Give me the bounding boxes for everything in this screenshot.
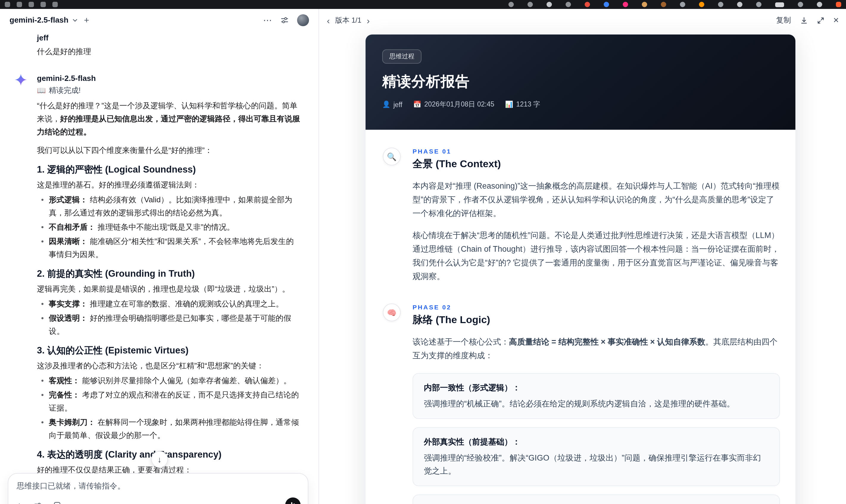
chat-message-list[interactable]: jeff 什么是好的推理: [0, 31, 318, 504]
menubar-status-icon[interactable]: [566, 2, 571, 7]
macos-menubar: [0, 0, 846, 9]
logic-card: 主体伦理（认识美德）： 转向推理者的心理特征。引入奥卡姆剃刀和反向论证，旨在克服…: [412, 494, 780, 504]
new-chat-button[interactable]: +: [84, 16, 89, 24]
composer-toolbar: +: [17, 498, 301, 504]
assistant-message: gemini-2.5-flash 📖 精读完成! “什么是好的推理？”这是一个涉…: [15, 74, 301, 491]
fullscreen-icon[interactable]: [816, 16, 824, 24]
phase-paragraph: 核心情境在于解决“思考的随机性”问题。不论是人类通过批判性思维进行决策，还是大语…: [412, 229, 780, 283]
section-bullets: 客观性：能够识别并尽量排除个人偏见（如幸存者偏差、确认偏差）。 完备性：考虑了对…: [37, 374, 301, 442]
preview-toolbar: ‹ 版本 1/1 › 复制 ×: [320, 9, 846, 32]
bullet-item: 形式逻辑：结构必须有效（Valid）。比如演绎推理中，如果前提全部为真，那么通过…: [37, 193, 301, 220]
report-meta: 👤 jeff 📅 2026年01月08日 02:45 📊 1213 字: [382, 100, 779, 109]
menubar-app-menu-icon[interactable]: [17, 2, 22, 7]
section-intro: 逻辑再完美，如果前提是错误的，推理也是垃圾（即“垃圾进，垃圾出”）。: [37, 283, 301, 296]
assistant-status-text: 精读完成!: [49, 85, 81, 96]
meta-author: 👤 jeff: [382, 101, 403, 108]
menubar-status-icon[interactable]: [547, 2, 552, 7]
menubar-status-icons: [508, 2, 841, 7]
chart-icon: 📊: [505, 101, 513, 108]
assistant-message-body: gemini-2.5-flash 📖 精读完成! “什么是好的推理？”这是一个涉…: [37, 74, 301, 491]
menubar-status-icon[interactable]: [817, 2, 822, 7]
menubar-app-icon[interactable]: [623, 2, 628, 7]
menubar-status-icon[interactable]: [508, 2, 514, 7]
user-name: jeff: [37, 33, 301, 43]
menubar-app-icon[interactable]: [604, 2, 609, 7]
menubar-status-icon[interactable]: [718, 2, 723, 7]
more-options-button[interactable]: ⋯: [263, 16, 272, 24]
bullet-item: 因果清晰：能准确区分“相关性”和“因果关系”，不会轻率地将先后发生的事情归为因果…: [37, 235, 301, 261]
close-preview-button[interactable]: ×: [833, 16, 839, 25]
user-message-text: 什么是好的推理: [37, 45, 301, 58]
menubar-app-menu-icon[interactable]: [52, 2, 58, 7]
menubar-status-icon[interactable]: [737, 2, 742, 7]
meta-date: 📅 2026年01月08日 02:45: [413, 100, 494, 109]
phase-label: PHASE 02: [412, 304, 780, 311]
section-heading: 4. 表达的透明度 (Clarity and Transparency): [37, 449, 301, 460]
menubar-app-icon[interactable]: [585, 2, 590, 7]
section-bullets: 事实支撑：推理建立在可靠的数据、准确的观测或公认的真理之上。 假设透明：好的推理…: [37, 298, 301, 338]
control-center-icon[interactable]: [798, 2, 803, 7]
report-badge: 思维过程: [382, 49, 422, 64]
scroll-to-bottom-button[interactable]: ↓: [151, 451, 168, 468]
bullet-item: 完备性：考虑了对立的观点和潜在的反证，而不是只选择支持自己结论的证据。: [37, 389, 301, 415]
version-navigation: ‹ 版本 1/1 ›: [327, 15, 370, 25]
account-avatar[interactable]: [297, 14, 309, 26]
report-body: 🔍 PHASE 01 全景 (The Context) 本内容是对“推理 (Re…: [366, 130, 795, 504]
menubar-app-menu-icon[interactable]: [29, 2, 34, 7]
menubar-app-icon[interactable]: [642, 2, 647, 7]
assistant-lead: 我们可以从以下四个维度来衡量什么是“好的推理”：: [37, 144, 301, 157]
model-selector[interactable]: gemini-2.5-flash: [10, 16, 78, 24]
arrow-down-icon: ↓: [157, 455, 162, 464]
phase-label: PHASE 01: [412, 148, 780, 155]
bullet-item: 不自相矛盾：推理链条中不能出现“既是又非”的情况。: [37, 221, 301, 234]
report-title: 精读分析报告: [382, 72, 779, 91]
battery-icon[interactable]: [775, 2, 784, 7]
assistant-name: gemini-2.5-flash: [37, 74, 301, 83]
section-bullets: 形式逻辑：结构必须有效（Valid）。比如演绎推理中，如果前提全部为真，那么通过…: [37, 193, 301, 261]
download-icon[interactable]: [800, 16, 808, 24]
menubar-app-icon[interactable]: [836, 2, 841, 7]
wifi-icon[interactable]: [756, 2, 761, 7]
message-composer[interactable]: 思维接口已就绪，请传输指令。 +: [8, 473, 309, 504]
preview-panel: ‹ 版本 1/1 › 复制 × 思维过程 精读分析报告: [320, 9, 846, 504]
person-icon: 👤: [382, 101, 390, 108]
phase-02-section: 🧠 PHASE 02 脉络 (The Logic) 该论述基于一个核心公式：高质…: [383, 304, 780, 504]
screen: gemini-2.5-flash + ⋯ jeff 什么是好的推理: [0, 0, 846, 504]
assistant-intro: “什么是好的推理？”这是一个涉及逻辑学、认知科学和哲学核心的问题。简单来说，好的…: [37, 100, 301, 139]
phase-01-section: 🔍 PHASE 01 全景 (The Context) 本内容是对“推理 (Re…: [383, 148, 780, 283]
calendar-icon: 📅: [413, 101, 421, 108]
model-name: gemini-2.5-flash: [10, 16, 69, 24]
version-label: 版本 1/1: [335, 15, 362, 25]
tools-icon[interactable]: [34, 501, 42, 504]
search-icon: 🔍: [383, 148, 401, 165]
menubar-status-icon[interactable]: [528, 2, 533, 7]
section-intro: 这涉及推理者的心态和方法论，也是区分“杠精”和“思想家”的关键：: [37, 359, 301, 373]
add-attachment-button[interactable]: +: [17, 501, 22, 504]
report-header: 思维过程 精读分析报告 👤 jeff 📅 2026年01月08日 02:45 📊…: [366, 35, 795, 130]
voice-input-button[interactable]: [285, 498, 301, 504]
menubar-status-icon[interactable]: [680, 2, 685, 7]
phase-paragraph: 本内容是对“推理 (Reasoning)”这一抽象概念的高层建模。在知识爆炸与人…: [412, 179, 780, 220]
logic-cards: 内部一致性（形式逻辑）： 强调推理的“机械正确”。结论必须在给定的规则系统内逻辑…: [412, 373, 780, 504]
assistant-status: 📖 精读完成!: [37, 85, 301, 96]
notes-icon[interactable]: [54, 502, 61, 504]
composer-input[interactable]: 思维接口已就绪，请传输指令。: [17, 481, 299, 491]
book-icon: 📖: [37, 85, 46, 96]
previous-version-button[interactable]: ‹: [327, 16, 330, 25]
next-version-button[interactable]: ›: [367, 16, 370, 25]
chat-header: gemini-2.5-flash + ⋯: [0, 9, 318, 31]
phase-title: 脉络 (The Logic): [412, 313, 780, 327]
section-intro: 这是推理的基石。好的推理必须遵循逻辑法则：: [37, 179, 301, 192]
menubar-app-icon[interactable]: [661, 2, 666, 7]
bullet-item: 事实支撑：推理建立在可靠的数据、准确的观测或公认的真理之上。: [37, 298, 301, 311]
bullet-item: 奥卡姆剃刀：在解释同一个现象时，如果两种推理都能站得住脚，通常倾向于最简单、假设…: [37, 416, 301, 442]
menubar-app-menu-icon[interactable]: [40, 2, 46, 7]
copy-button[interactable]: 复制: [776, 15, 791, 25]
sliders-icon[interactable]: [280, 16, 289, 24]
chevron-down-icon: [72, 17, 78, 23]
section-heading: 3. 认知的公正性 (Epistemic Virtues): [37, 344, 301, 356]
preview-actions: 复制 ×: [776, 15, 839, 25]
phase-formula: 该论述基于一个核心公式：高质量结论 = 结构完整性 × 事实准确性 × 认知自律…: [412, 335, 780, 362]
apple-menu-icon[interactable]: [5, 2, 10, 7]
menubar-app-icon[interactable]: [699, 2, 704, 7]
